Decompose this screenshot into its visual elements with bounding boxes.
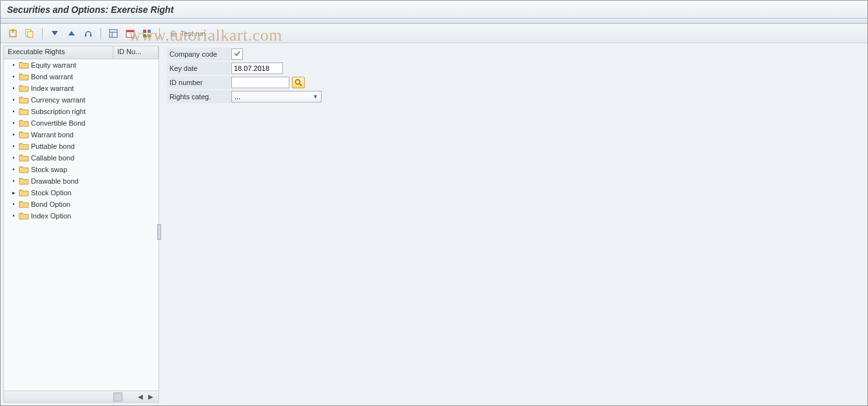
svg-marker-4 xyxy=(52,31,58,35)
tree-bullet: • xyxy=(10,73,17,80)
tree-item[interactable]: •Convertible Bond xyxy=(4,117,159,129)
grid-colorful-icon[interactable] xyxy=(140,26,154,41)
chevron-down-icon: ▼ xyxy=(313,93,318,100)
tree-item-label: Stock swap xyxy=(31,166,67,173)
svg-marker-5 xyxy=(68,31,75,35)
tree-item[interactable]: •Subscription right xyxy=(4,106,159,117)
folder-icon xyxy=(19,153,29,162)
company-code-label: Company code xyxy=(167,48,231,61)
tree-item-label: Equity warrant xyxy=(31,61,76,69)
svg-rect-14 xyxy=(148,30,151,33)
svg-rect-6 xyxy=(85,34,86,37)
folder-icon xyxy=(19,72,29,81)
tree-bullet: • xyxy=(10,62,17,68)
tree-item-label: Stock Option xyxy=(31,189,72,197)
tree-footer: ◀ ▶ xyxy=(4,391,159,402)
tree-item[interactable]: •Bond Option xyxy=(4,198,159,210)
required-check-icon xyxy=(233,50,241,57)
toolbar-separator xyxy=(42,28,43,39)
svg-rect-12 xyxy=(126,30,134,32)
tree-bullet: • xyxy=(10,120,17,126)
tree-item-label: Currency warrant xyxy=(31,96,85,104)
tree-item-label: Index warrant xyxy=(31,84,74,92)
tree-item[interactable]: •Index warrant xyxy=(4,82,159,94)
row-rights-categ: Rights categ. ... ▼ xyxy=(167,90,860,104)
folder-icon xyxy=(19,130,29,139)
tree-item[interactable]: •Callable bond xyxy=(4,152,159,164)
rights-categ-label: Rights categ. xyxy=(167,90,231,103)
test-run-button[interactable]: Test run xyxy=(165,26,209,41)
tree-header-col1[interactable]: Executable Rights xyxy=(4,46,113,59)
folder-icon xyxy=(19,165,29,174)
row-id-number: ID number xyxy=(167,75,860,90)
tree-item[interactable]: •Stock swap xyxy=(4,164,159,175)
tree-body: •Equity warrant•Bond warrant•Index warra… xyxy=(4,59,159,391)
filter-down-icon[interactable] xyxy=(48,26,62,41)
calendar-red-icon[interactable] xyxy=(123,26,137,41)
toolbar-gradient-strip xyxy=(1,19,867,24)
tree-item[interactable]: •Puttable bond xyxy=(4,140,159,152)
form-area: Company code Key date ID number Ri xyxy=(159,43,867,405)
tree-item-label: Callable bond xyxy=(31,154,74,162)
layout-icon[interactable] xyxy=(106,26,121,41)
test-run-label: Test run xyxy=(180,30,206,37)
folder-icon xyxy=(19,211,29,220)
tree-item[interactable]: •Warrant bond xyxy=(4,129,159,140)
company-code-input[interactable] xyxy=(231,48,243,60)
tree-bullet: • xyxy=(10,143,17,150)
lock-icon xyxy=(169,29,178,38)
folder-icon xyxy=(19,61,29,70)
svg-rect-7 xyxy=(90,34,92,37)
folder-icon xyxy=(19,95,29,104)
tree-item-label: Puttable bond xyxy=(31,142,75,150)
splitter-handle[interactable] xyxy=(157,224,161,240)
tree-bullet: • xyxy=(10,166,17,173)
copy-icon[interactable] xyxy=(23,26,37,41)
svg-rect-15 xyxy=(143,34,146,37)
tree-bullet: • xyxy=(10,108,17,115)
tree-item-label: Bond Option xyxy=(31,200,70,208)
headset-icon[interactable] xyxy=(81,26,95,41)
tree-item[interactable]: •Drawable bond xyxy=(4,175,159,187)
tree-item[interactable]: •Index Option xyxy=(4,210,159,222)
filter-up-icon[interactable] xyxy=(64,26,79,41)
folder-icon xyxy=(19,142,29,151)
scroll-right-icon[interactable]: ▶ xyxy=(147,393,155,400)
toolbar-separator xyxy=(101,28,101,39)
rights-categ-select[interactable]: ... ▼ xyxy=(231,91,322,102)
toolbar-separator xyxy=(159,28,160,39)
key-date-label: Key date xyxy=(167,62,231,75)
scroll-left-icon[interactable]: ◀ xyxy=(137,393,144,400)
tree-bullet: • xyxy=(10,97,17,103)
key-date-input[interactable] xyxy=(231,63,283,74)
tree-header-col2[interactable]: ID Nu... xyxy=(113,46,159,59)
folder-icon xyxy=(19,119,29,128)
application-toolbar: Test run xyxy=(1,24,867,43)
folder-icon xyxy=(19,200,29,209)
id-number-lookup-button[interactable] xyxy=(292,77,305,88)
folder-icon xyxy=(19,188,29,197)
tree-bullet: • xyxy=(10,155,17,161)
svg-rect-16 xyxy=(148,34,151,37)
row-key-date: Key date xyxy=(167,61,860,75)
tree-item-label: Drawable bond xyxy=(31,177,79,185)
page-title: Securities and Options: Exercise Right xyxy=(7,5,173,15)
id-number-input[interactable] xyxy=(231,77,289,88)
folder-icon xyxy=(19,107,29,116)
create-icon[interactable] xyxy=(6,26,20,41)
svg-point-18 xyxy=(296,80,300,84)
tree-header: Executable Rights ID Nu... xyxy=(4,46,159,59)
column-resize-handle[interactable] xyxy=(113,392,122,401)
folder-icon xyxy=(19,177,29,186)
folder-icon xyxy=(19,84,29,93)
tree-item[interactable]: •Equity warrant xyxy=(4,59,159,71)
svg-rect-3 xyxy=(28,32,33,37)
tree-item-label: Subscription right xyxy=(31,108,86,115)
tree-item[interactable]: •Bond warrant xyxy=(4,71,159,82)
tree-item[interactable]: •Currency warrant xyxy=(4,94,159,106)
tree-item-label: Convertible Bond xyxy=(31,119,85,127)
id-number-label: ID number xyxy=(167,76,231,89)
tree-item[interactable]: ▸Stock Option xyxy=(4,187,159,198)
tree-item-label: Bond warrant xyxy=(31,73,73,81)
row-company-code: Company code xyxy=(167,47,860,61)
